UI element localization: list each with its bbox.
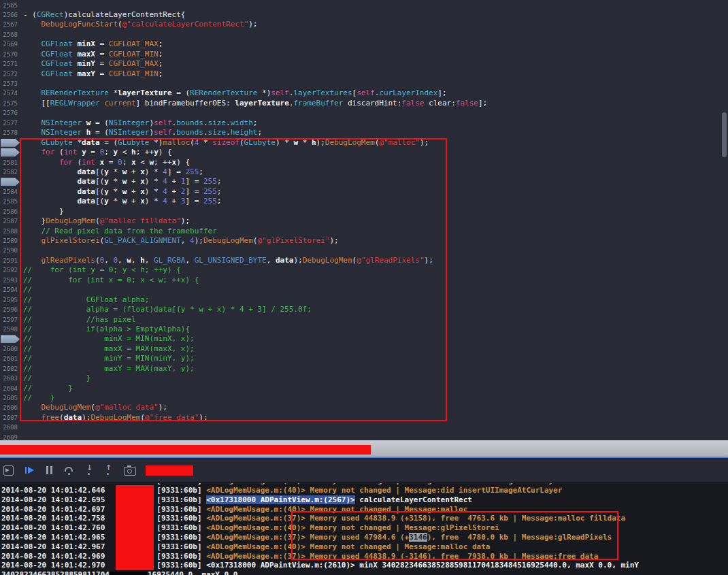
gutter-cell[interactable]: 2604	[0, 384, 20, 393]
code-line[interactable]: 2605// }	[0, 393, 728, 403]
gutter-cell[interactable]: 2585	[0, 197, 20, 206]
source-editor[interactable]: 25652566- (CGRect)calculateLayerContentR…	[0, 0, 728, 440]
gutter-cell[interactable]: 2602	[0, 364, 20, 374]
breakpoint-marker-icon[interactable]	[1, 148, 20, 157]
step-into-icon[interactable]	[86, 465, 93, 475]
gutter-cell[interactable]	[0, 138, 20, 148]
code-line[interactable]: 2572 CGFloat maxY = CGFLOAT_MIN;	[0, 69, 728, 79]
code-line[interactable]: 2577 NSInteger w = (NSInteger)self.bound…	[0, 118, 728, 128]
gutter-cell[interactable]	[0, 334, 20, 344]
code-line[interactable]: 2600// maxX = MAX(maxX, x);	[0, 344, 728, 354]
gutter-cell[interactable]: 2593	[0, 276, 20, 285]
gutter-cell[interactable]: 2588	[0, 227, 20, 236]
code-line[interactable]: 2574 RERenderTexture *layerTexture = (RE…	[0, 88, 728, 98]
code-line[interactable]: 2587 }DebugLogMem(@"malloc filldata");	[0, 216, 728, 226]
camera-icon[interactable]	[124, 467, 136, 476]
gutter-cell[interactable]: 2603	[0, 374, 20, 383]
gutter-cell[interactable]: 2568	[0, 30, 20, 39]
gutter-cell[interactable]: 2574	[0, 88, 20, 98]
code-line[interactable]: 2593// for (int x = 0; x < w; ++x) {	[0, 276, 728, 285]
code-line[interactable]: 2602// maxY = MAX(maxY, y);	[0, 364, 728, 374]
pause-icon[interactable]	[46, 466, 52, 474]
code-line[interactable]: 2567 DebugLogFuncStart(@"calculateLayerC…	[0, 20, 728, 29]
gutter-cell[interactable]: 2570	[0, 50, 20, 59]
gutter-cell[interactable]: 2587	[0, 216, 20, 226]
code-line[interactable]: 2595// CGFloat alpha;	[0, 295, 728, 305]
gutter-cell[interactable]: 2584	[0, 187, 20, 197]
gutter-cell[interactable]: 2609	[0, 433, 20, 440]
continue-icon[interactable]	[25, 466, 35, 474]
code-line[interactable]: 2589 glPixelStorei(GL_PACK_ALIGNMENT, 4)…	[0, 236, 728, 246]
code-line[interactable]: 2598// if(alpha > EmptyAlpha){	[0, 325, 728, 334]
code-line[interactable]: 2570 CGFloat maxX = CGFLOAT_MIN;	[0, 50, 728, 59]
gutter-cell[interactable]: 2572	[0, 69, 20, 79]
code-line[interactable]: 2592// for (int y = 0; y < h; ++y) {	[0, 265, 728, 275]
breakpoint-marker-icon[interactable]	[1, 139, 20, 147]
code-line[interactable]: GLubyte *data = (GLubyte *)malloc(4 * si…	[0, 138, 728, 148]
gutter-cell[interactable]: 2577	[0, 118, 20, 128]
gutter-cell[interactable]: 2598	[0, 325, 20, 334]
gutter-cell[interactable]: 2589	[0, 236, 20, 246]
code-line[interactable]: 2571 CGFloat minY = CGFLOAT_MAX;	[0, 59, 728, 69]
gutter-cell[interactable]: 2591	[0, 256, 20, 265]
gutter-cell[interactable]: 2575	[0, 99, 20, 108]
gutter-cell[interactable]: 2608	[0, 423, 20, 432]
gutter-cell[interactable]: 2594	[0, 285, 20, 295]
code-line[interactable]: 2575 [[REGLWrapper current] bindFramebuf…	[0, 99, 728, 108]
gutter-cell[interactable]: 2569	[0, 39, 20, 49]
gutter-cell[interactable]	[0, 177, 20, 186]
gutter-cell[interactable]: 2592	[0, 265, 20, 275]
gutter-cell[interactable]: 2586	[0, 207, 20, 216]
code-line[interactable]: 2604// }	[0, 384, 728, 393]
gutter-cell[interactable]: 2607	[0, 413, 20, 423]
panel-toggle-icon[interactable]	[3, 465, 14, 476]
code-line[interactable]: 2596// alpha = (float)data[(y * w + x) *…	[0, 305, 728, 314]
code-line[interactable]: 2569 CGFloat minX = CGFLOAT_MAX;	[0, 39, 728, 49]
code-line[interactable]: 2591 glReadPixels(0, 0, w, h, GL_RGBA, G…	[0, 256, 728, 265]
gutter-cell[interactable]: 2582	[0, 167, 20, 177]
gutter-cell[interactable]: 2596	[0, 305, 20, 314]
step-over-icon[interactable]	[64, 466, 74, 475]
breakpoint-marker-icon[interactable]	[1, 335, 20, 343]
console-output[interactable]: 2014-08-20 14:01:42.644[9331:60b] <ADLog…	[0, 483, 728, 575]
code-line[interactable]: 2609	[0, 433, 728, 440]
gutter-cell[interactable]: 2567	[0, 20, 20, 29]
code-line[interactable]: 2585 data[(y * w + x) * 4 + 3] = 255;	[0, 197, 728, 206]
code-line[interactable]: 2594//	[0, 285, 728, 295]
code-line[interactable]: 2606 DebugLogMem(@"malloc data");	[0, 403, 728, 412]
gutter-cell[interactable]: 2576	[0, 108, 20, 118]
gutter-cell[interactable]	[0, 148, 20, 157]
gutter-cell[interactable]: 2595	[0, 295, 20, 305]
code-line[interactable]: 2582 data[(y * w + x) * 4] = 255;	[0, 167, 728, 177]
code-line[interactable]: 2603// }	[0, 374, 728, 383]
code-line[interactable]: 2601// minY = MIN(minY, y);	[0, 354, 728, 363]
code-line[interactable]: 2588 // Read pixel data from the framebu…	[0, 227, 728, 236]
code-line[interactable]: 2581 for (int x = 0; x < w; ++x) {	[0, 158, 728, 167]
code-line[interactable]: data[(y * w + x) * 4 + 1] = 255;	[0, 177, 728, 186]
code-line[interactable]: 2576	[0, 108, 728, 118]
code-line[interactable]: 2597// //has pixel	[0, 315, 728, 325]
gutter-cell[interactable]: 2566	[0, 10, 20, 20]
code-line[interactable]: 2578 NSInteger h = (NSInteger)self.bound…	[0, 128, 728, 137]
gutter-cell[interactable]: 2600	[0, 344, 20, 354]
gutter-cell[interactable]: 2601	[0, 354, 20, 363]
code-line[interactable]: 2608	[0, 423, 728, 432]
code-line[interactable]: // minX = MIN(minX, x);	[0, 334, 728, 344]
code-line[interactable]: 2566- (CGRect)calculateLayerContentRect{	[0, 10, 728, 20]
code-line[interactable]: 2590	[0, 246, 728, 255]
gutter-cell[interactable]: 2606	[0, 403, 20, 412]
gutter-cell[interactable]: 2578	[0, 128, 20, 137]
editor-scrollbar-thumb[interactable]	[722, 112, 727, 157]
code-line[interactable]: 2565	[0, 1, 728, 10]
code-line[interactable]: 2568	[0, 30, 728, 39]
code-line[interactable]: 2607 free(data);DebugLogMem(@"free data"…	[0, 413, 728, 423]
code-line[interactable]: 2584 data[(y * w + x) * 4 + 2] = 255;	[0, 187, 728, 197]
gutter-cell[interactable]: 2581	[0, 158, 20, 167]
code-line[interactable]: 2586 }	[0, 207, 728, 216]
gutter-cell[interactable]: 2565	[0, 1, 20, 10]
breakpoint-marker-icon[interactable]	[1, 178, 20, 186]
gutter-cell[interactable]: 2605	[0, 393, 20, 403]
code-line[interactable]: 2573	[0, 79, 728, 88]
step-out-icon[interactable]	[105, 465, 112, 475]
gutter-cell[interactable]: 2571	[0, 59, 20, 69]
